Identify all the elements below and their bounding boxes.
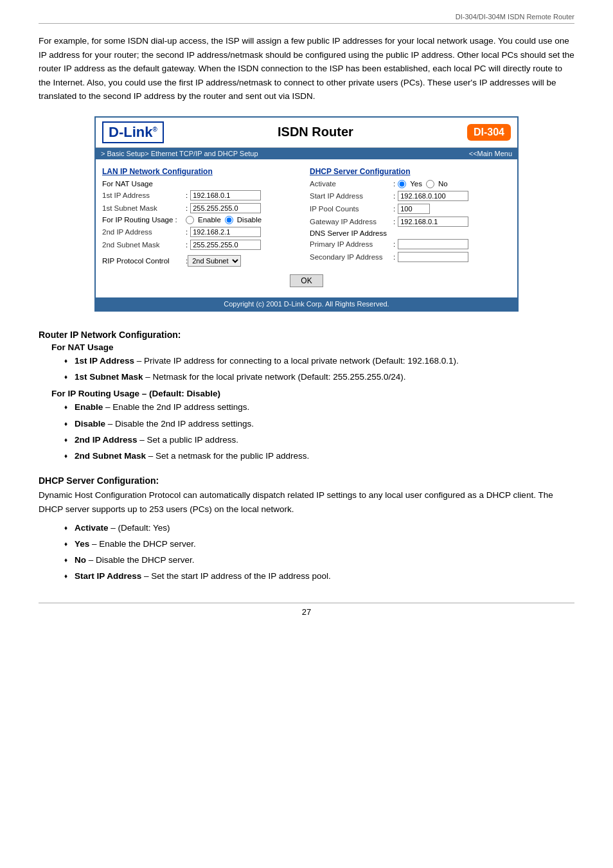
primary-ip-input[interactable] [398,239,468,249]
pool-counts-row: IP Pool Counts : [310,204,511,214]
first-mask-row: 1st Subnet Mask : [102,203,303,213]
ip-routing-row: For IP Routing Usage : Enable Disable [102,216,303,224]
ip-bullet-3: 2nd IP Address – Set a public IP address… [64,434,574,447]
dhcp-section-title: DHCP Server Configuration [310,167,511,176]
activate-radio-group: Yes No [398,180,447,188]
yes-label: Yes [410,180,422,188]
ip-routing-radio-group: Enable Disable [186,216,262,224]
nav-breadcrumb[interactable]: > Basic Setup> Ethernet TCP/IP and DHCP … [101,150,258,157]
dns-section-label: DNS Server IP Address [310,229,511,237]
primary-ip-row: Primary IP Address : [310,239,511,249]
second-mask-input[interactable] [190,240,261,250]
ok-button[interactable]: OK [290,274,323,287]
router-title: ISDN Router [164,125,467,139]
nav-main-menu[interactable]: <<Main Menu [469,150,512,157]
disable-label: Disable [237,216,262,224]
secondary-ip-input[interactable] [398,252,468,262]
for-ip-routing-label: For IP Routing Usage : [102,216,186,224]
second-ip-row: 2nd IP Address : [102,227,303,237]
first-ip-row: 1st IP Address : [102,190,303,200]
no-radio[interactable] [426,180,434,188]
ip-bullet-1: Enable – Enable the 2nd IP address setti… [64,401,574,414]
di-badge: DI-304 [467,124,511,141]
dhcp-bullet-1: Activate – (Default: Yes) [64,522,574,535]
start-ip-row: Start IP Address : [310,191,511,201]
rip-row: RIP Protocol Control : 2nd Subnet [102,255,303,267]
page-number: 27 [302,607,311,617]
dhcp-bullets: Activate – (Default: Yes) Yes – Enable t… [64,522,574,583]
pool-counts-input[interactable] [398,204,430,214]
intro-paragraph: For example, for some ISDN dial-up acces… [39,34,574,103]
dhcp-intro: Dynamic Host Configuration Protocol can … [39,488,574,516]
router-body: LAN IP Network Configuration For NAT Usa… [96,159,517,297]
first-ip-input[interactable] [190,190,261,200]
router-footer: Copyright (c) 2001 D-Link Corp. All Righ… [96,297,517,310]
dhcp-section-header: DHCP Server Configuration: [39,475,574,486]
start-ip-input[interactable] [398,191,468,201]
dhcp-bullet-4: Start IP Address – Set the start IP addr… [64,570,574,583]
ok-row: OK [102,274,511,287]
ip-bullet-4: 2nd Subnet Mask – Set a netmask for the … [64,450,574,463]
activate-row: Activate : Yes No [310,180,511,188]
ip-bullet-2: Disable – Disable the 2nd IP address set… [64,418,574,430]
router-ui-box: D-Link® ISDN Router DI-304 > Basic Setup… [94,116,519,312]
second-ip-input[interactable] [190,227,261,237]
doc-header: DI-304/DI-304M ISDN Remote Router [39,13,574,24]
pool-counts-label: IP Pool Counts [310,205,393,213]
first-mask-input[interactable] [190,203,261,213]
secondary-ip-label: Secondary IP Address [310,253,393,261]
nat-bullet-2: 1st Subnet Mask – Netmask for the local … [64,371,574,384]
nat-bullets: 1st IP Address – Private IP address for … [64,355,574,384]
ip-routing-sub: For IP Routing Usage – (Default: Disable… [51,389,574,398]
nat-usage-sub: For NAT Usage [51,342,574,352]
gateway-row: Gateway IP Address : [310,217,511,227]
second-mask-label: 2nd Subnet Mask [102,241,186,249]
rip-select[interactable]: 2nd Subnet [188,255,241,267]
second-mask-row: 2nd Subnet Mask : [102,240,303,250]
activate-label: Activate [310,180,393,188]
start-ip-label: Start IP Address [310,192,393,200]
secondary-ip-row: Secondary IP Address : [310,252,511,262]
router-header: D-Link® ISDN Router DI-304 [96,118,517,148]
dhcp-bullet-2: Yes – Enable the DHCP server. [64,538,574,551]
gateway-label: Gateway IP Address [310,218,393,226]
page-footer: 27 [39,603,574,617]
router-ip-section-title: Router IP Network Configuration: [39,330,574,340]
yes-radio[interactable] [398,180,406,188]
primary-ip-label: Primary IP Address [310,240,393,248]
for-nat-usage-label: For NAT Usage [102,180,303,188]
dhcp-bullet-3: No – Disable the DHCP server. [64,554,574,567]
ip-routing-bullets: Enable – Enable the 2nd IP address setti… [64,401,574,463]
dlink-logo: D-Link® [102,121,164,143]
first-mask-label: 1st Subnet Mask [102,204,186,212]
enable-label: Enable [198,216,221,224]
gateway-input[interactable] [398,217,468,227]
doc-title: DI-304/DI-304M ISDN Remote Router [456,13,574,21]
rip-label: RIP Protocol Control [102,257,186,265]
second-ip-label: 2nd IP Address [102,228,186,236]
lan-config-col: LAN IP Network Configuration For NAT Usa… [102,167,303,267]
no-label: No [438,180,448,188]
enable-radio[interactable] [186,216,194,224]
first-ip-label: 1st IP Address [102,191,186,199]
dhcp-config-col: DHCP Server Configuration Activate : Yes… [310,167,511,267]
nat-bullet-1: 1st IP Address – Private IP address for … [64,355,574,368]
disable-radio[interactable] [225,216,233,224]
nav-bar: > Basic Setup> Ethernet TCP/IP and DHCP … [96,148,517,159]
lan-section-title: LAN IP Network Configuration [102,167,303,176]
